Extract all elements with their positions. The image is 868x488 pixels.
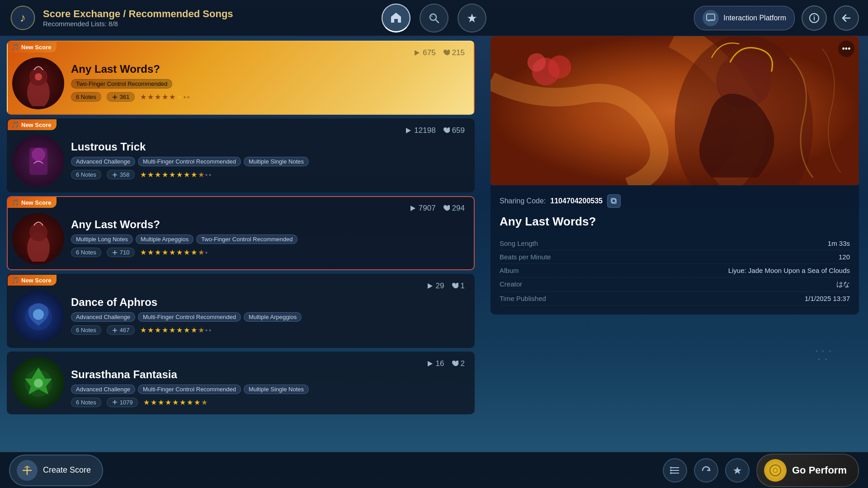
go-perform-icon (764, 459, 787, 482)
new-score-badge-4: 🎵 New Score (8, 275, 57, 286)
detail-song-title: Any Last Words? (500, 215, 850, 229)
note-count-badge-2: 358 (107, 170, 135, 179)
song-art-3 (12, 213, 64, 265)
svg-point-27 (528, 53, 546, 72)
nav-home-button[interactable] (382, 4, 410, 33)
interaction-platform-label: Interaction Platform (723, 14, 786, 22)
song-card-2[interactable]: 🎵 New Score Lustrous Trick Advanced Chal… (7, 118, 475, 192)
note-count-badge-1: 361 (107, 92, 135, 102)
header-title-group: Score Exchange / Recommended Songs Recom… (43, 8, 694, 28)
detail-label-2: Album (500, 267, 519, 274)
detail-label-4: Time Published (500, 295, 546, 302)
song-card-1[interactable]: 🎵 New Score Any Last Words? Two-Finger C… (7, 41, 475, 115)
play-stat-4: 29 (426, 282, 444, 291)
song-meta-right-4: 29 1 (426, 282, 465, 291)
svg-marker-13 (406, 128, 411, 133)
stats-row-4: 6 Notes 467 ★★★★★★★★★ ●● (71, 325, 469, 335)
copy-code-button[interactable] (607, 194, 621, 208)
svg-point-18 (33, 309, 44, 320)
song-info-5: Surasthana Fantasia Advanced Challenge M… (71, 355, 474, 412)
notes-badge-1: 6 Notes (71, 92, 101, 102)
play-stat-5: 16 (426, 359, 444, 368)
create-score-icon (17, 460, 38, 481)
svg-point-36 (670, 472, 672, 474)
main-content: 🎵 New Score Any Last Words? Two-Finger C… (0, 36, 868, 452)
nav-search-button[interactable] (420, 4, 448, 33)
song-meta-right-5: 16 2 (426, 359, 465, 368)
more-options-button[interactable]: ••• (838, 41, 854, 57)
main-navigation (382, 4, 486, 33)
note-count-badge-5: 1079 (107, 398, 138, 407)
song-title-4: Dance of Aphros (71, 296, 469, 309)
like-stat-5: 2 (451, 359, 465, 368)
go-perform-label: Go Perform (792, 465, 847, 476)
sharing-code-row: Sharing Code: 1104704200535 (500, 194, 850, 208)
detail-label-0: Song Length (500, 239, 538, 247)
song-info-2: Lustrous Trick Advanced Challenge Multi-… (71, 127, 474, 184)
tag-4-1: Multi-Finger Control Recommended (138, 312, 241, 322)
play-stat-1: 675 (413, 48, 435, 57)
detail-label-1: Beats per Minute (500, 253, 551, 261)
new-score-badge-3: 🎵 New Score (8, 197, 57, 208)
tag-2-0: Advanced Challenge (71, 157, 135, 166)
info-button[interactable]: i (802, 5, 827, 31)
like-stat-1: 215 (443, 48, 465, 57)
song-art-2 (12, 135, 64, 187)
stars-1: ★★★★★★ ●● (140, 93, 190, 101)
tags-row-3: Multiple Long Notes Multiple Arpeggios T… (71, 235, 469, 244)
page-subtitle: Recommended Lists: 8/8 (43, 20, 694, 28)
notes-badge-4: 6 Notes (71, 325, 101, 335)
go-perform-button[interactable]: Go Perform UID: 824564087 (756, 454, 859, 487)
notes-badge-5: 6 Notes (71, 398, 101, 407)
detail-row-4: Time Published 1/1/2025 13:37 (500, 292, 850, 305)
song-card-5[interactable]: Surasthana Fantasia Advanced Challenge M… (7, 352, 475, 414)
tag-3-1: Multiple Arpeggios (136, 235, 193, 244)
song-list-panel[interactable]: 🎵 New Score Any Last Words? Two-Finger C… (0, 36, 481, 452)
svg-marker-22 (428, 361, 433, 366)
interaction-icon (703, 10, 719, 26)
stats-row-5: 6 Notes 1079 ★★★★★★★★★ (71, 398, 469, 407)
list-view-button[interactable] (663, 458, 687, 483)
detail-value-4: 1/1/2025 13:37 (805, 295, 850, 302)
refresh-button[interactable] (694, 458, 718, 483)
tag-2-1: Multi-Finger Control Recommended (138, 157, 241, 166)
tag-5-2: Multiple Single Notes (244, 385, 309, 394)
stars-3: ★★★★★★★★★ ● (140, 248, 208, 257)
svg-point-3 (431, 15, 433, 17)
page-title: Score Exchange / Recommended Songs (43, 8, 694, 20)
sparkle-decoration: ✦ ✦ ✦ ✦ ✦ (815, 349, 832, 361)
detail-row-3: Creator はな (500, 277, 850, 292)
svg-rect-4 (707, 14, 715, 20)
tag-4-0: Advanced Challenge (71, 312, 135, 322)
favorite-button[interactable] (725, 458, 750, 483)
tag-2-2: Multiple Single Notes (244, 157, 309, 166)
create-score-button[interactable]: Create Score (9, 455, 103, 486)
header-right-controls: Interaction Platform i (694, 5, 859, 31)
note-count-badge-3: 710 (107, 248, 135, 257)
song-title-2: Lustrous Trick (71, 141, 469, 153)
svg-text:i: i (813, 14, 815, 22)
tag-1-0: Two-Finger Control Recommended (71, 79, 172, 89)
detail-row-0: Song Length 1m 33s (500, 237, 850, 250)
song-info-4: Dance of Aphros Advanced Challenge Multi… (71, 282, 474, 339)
svg-point-28 (548, 56, 571, 79)
interaction-platform-button[interactable]: Interaction Platform (694, 6, 795, 30)
detail-label-3: Creator (500, 280, 522, 289)
svg-point-9 (35, 73, 42, 80)
song-art-4 (12, 291, 64, 343)
new-score-badge-1: 🎵 New Score (8, 42, 57, 52)
song-card-4[interactable]: 🎵 New Score Dance of Aphros Advanced Cha… (7, 274, 475, 348)
app-header: ♪ Score Exchange / Recommended Songs Rec… (0, 0, 868, 36)
song-card-3[interactable]: 🎵 New Score Any Last Words? Multiple Lon… (7, 196, 475, 270)
detail-value-0: 1m 33s (828, 239, 850, 247)
song-info-1: Any Last Words? Two-Finger Control Recom… (71, 49, 474, 106)
nav-favorites-button[interactable] (458, 4, 486, 33)
tags-row-4: Advanced Challenge Multi-Finger Control … (71, 312, 469, 322)
song-info-3: Any Last Words? Multiple Long Notes Mult… (71, 205, 474, 262)
detail-value-2: Liyue: Jade Moon Upon a Sea of Clouds (728, 267, 850, 274)
detail-row-1: Beats per Minute 120 (500, 250, 850, 264)
svg-text:♪: ♪ (20, 11, 26, 24)
back-button[interactable] (834, 5, 859, 31)
svg-point-34 (670, 467, 672, 469)
song-meta-right-1: 675 215 (413, 48, 465, 57)
